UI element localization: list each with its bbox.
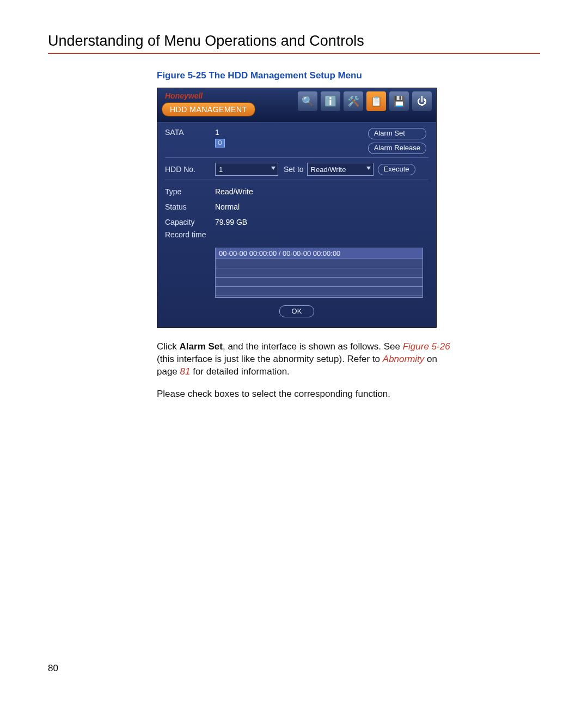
page-ref-link[interactable]: 81 — [180, 366, 191, 377]
capacity-value: 79.99 GB — [215, 218, 428, 226]
record-time-label: Record time — [165, 230, 215, 239]
section-title: Understanding of Menu Operations and Con… — [48, 33, 540, 54]
body-paragraph-1: Click Alarm Set, and the interface is sh… — [157, 341, 451, 378]
record-time-value: 00-00-00 00:00:00 / 00-00-00 00:00:00 — [216, 248, 422, 259]
brand-logo: Honeywell — [165, 91, 203, 100]
backup-icon[interactable]: 💾 — [389, 91, 409, 111]
record-time-table: 00-00-00 00:00:00 / 00-00-00 00:00:00 — [215, 248, 423, 298]
shutdown-icon[interactable]: ⏻ — [412, 91, 432, 111]
body-paragraph-2: Please check boxes to select the corresp… — [157, 388, 451, 401]
divider — [165, 157, 428, 158]
abnormity-ref-link[interactable]: Abnormity — [383, 354, 425, 364]
search-icon[interactable]: 🔍 — [298, 91, 317, 111]
status-value: Normal — [215, 202, 428, 211]
sata-status-indicator: O — [215, 139, 225, 148]
hdd-no-label: HDD No. — [165, 165, 215, 174]
settings-icon[interactable]: 🛠️ — [344, 91, 363, 111]
record-time-rows — [216, 259, 422, 297]
dvr-screenshot: Honeywell HDD MANAGEMENT 🔍 ℹ️ 🛠️ 📋 💾 ⏻ S… — [157, 88, 437, 328]
page-number: 80 — [48, 663, 58, 674]
sata-label: SATA — [165, 128, 215, 137]
set-to-label: Set to — [284, 165, 304, 174]
ok-button[interactable]: OK — [279, 305, 315, 317]
type-label: Type — [165, 187, 215, 196]
type-value: Read/Write — [215, 187, 428, 196]
status-label: Status — [165, 202, 215, 211]
sata-slot-number: 1 — [215, 128, 219, 137]
dvr-header: Honeywell HDD MANAGEMENT 🔍 ℹ️ 🛠️ 📋 💾 ⏻ — [157, 88, 436, 122]
capacity-label: Capacity — [165, 218, 215, 226]
section-tab: HDD MANAGEMENT — [162, 102, 255, 116]
alarm-release-button[interactable]: Alarm Release — [368, 143, 426, 154]
figure-caption: Figure 5-25 The HDD Management Setup Men… — [157, 70, 540, 81]
divider — [165, 180, 428, 180]
hdd-no-select[interactable]: 1 — [215, 163, 278, 176]
info-icon[interactable]: ℹ️ — [321, 91, 340, 111]
execute-button[interactable]: Execute — [378, 164, 415, 175]
advanced-icon[interactable]: 📋 — [366, 91, 386, 111]
alarm-set-button[interactable]: Alarm Set — [368, 128, 426, 139]
set-to-select[interactable]: Read/Write — [307, 163, 373, 176]
figure-ref-link[interactable]: Figure 5-26 — [403, 341, 450, 352]
